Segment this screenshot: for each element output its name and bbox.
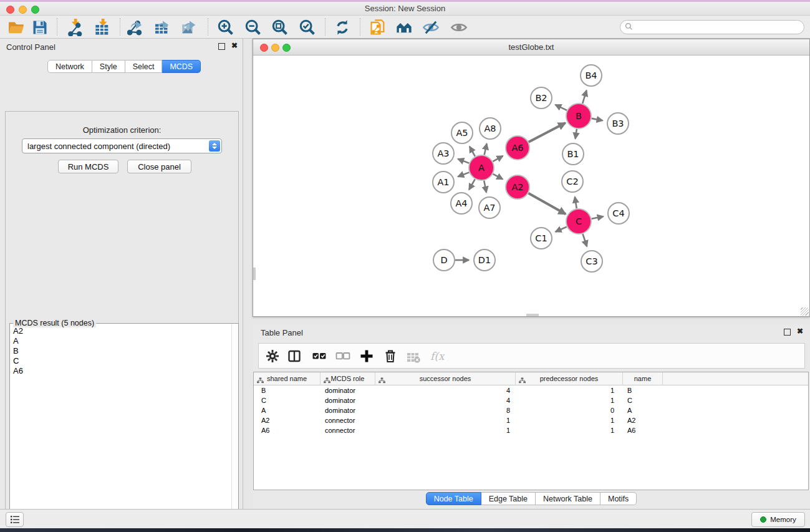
table-cell[interactable]: 4 <box>375 395 516 405</box>
zoom-in-icon[interactable] <box>215 17 237 37</box>
tab-network-table[interactable]: Network Table <box>536 492 600 505</box>
delete-column-icon[interactable] <box>380 347 400 365</box>
mcds-result-item[interactable]: A <box>11 336 231 346</box>
column-header-shared-name[interactable]: shared name <box>254 372 321 385</box>
table-cell[interactable]: 8 <box>375 405 516 415</box>
resize-grip-icon[interactable] <box>801 307 809 316</box>
run-mcds-button[interactable]: Run MCDS <box>58 160 118 173</box>
close-window-button[interactable] <box>6 6 14 14</box>
table-cell[interactable]: C <box>623 395 663 405</box>
table-cell[interactable]: B <box>254 385 321 395</box>
table-cell[interactable]: B <box>623 385 663 395</box>
table-cell[interactable]: connector <box>321 415 375 425</box>
table-cell[interactable]: A2 <box>254 415 321 425</box>
home-view-icon[interactable] <box>393 17 415 37</box>
table-cell[interactable]: 1 <box>375 415 516 425</box>
import-network-icon[interactable] <box>64 17 86 37</box>
memory-button[interactable]: Memory <box>751 512 805 527</box>
column-header-predecessor-nodes[interactable]: predecessor nodes <box>516 372 623 385</box>
tab-edge-table[interactable]: Edge Table <box>481 492 536 505</box>
refresh-view-icon[interactable] <box>331 17 354 37</box>
network-close-button[interactable] <box>260 44 268 52</box>
optimization-criterion-dropdown[interactable]: largest connected component (directed) <box>22 138 222 153</box>
table-row[interactable]: Adominator80A <box>254 405 808 415</box>
table-cell[interactable]: 1 <box>516 385 623 395</box>
splitter-handle-icon[interactable] <box>526 314 539 316</box>
show-graphics-details-icon[interactable] <box>448 17 470 37</box>
mcds-result-item[interactable]: C <box>11 356 231 366</box>
network-window-titlebar[interactable]: testGlobe.txt <box>253 39 809 56</box>
tab-select[interactable]: Select <box>125 60 163 73</box>
table-cell[interactable]: connector <box>321 425 375 435</box>
select-all-columns-icon[interactable] <box>309 347 329 365</box>
open-session-icon[interactable] <box>5 17 27 37</box>
node-table-header[interactable]: shared nameMCDS rolesuccessor nodesprede… <box>254 372 808 385</box>
column-header-MCDS-role[interactable]: MCDS role <box>321 372 375 385</box>
close-panel-button[interactable]: Close panel <box>127 160 191 173</box>
splitter-handle-icon[interactable] <box>253 268 256 280</box>
table-cell[interactable]: 1 <box>375 425 516 435</box>
table-row[interactable]: A2connector11A2 <box>254 415 808 425</box>
table-cell[interactable]: A <box>254 405 321 415</box>
node-table[interactable]: shared nameMCDS rolesuccessor nodesprede… <box>253 372 809 490</box>
export-network-icon[interactable] <box>125 17 147 37</box>
table-cell[interactable]: A6 <box>254 425 321 435</box>
search-text[interactable] <box>633 23 804 32</box>
table-settings-icon[interactable] <box>263 347 282 365</box>
float-panel-icon[interactable] <box>218 43 225 50</box>
table-cell[interactable]: dominator <box>321 405 375 415</box>
add-column-icon[interactable] <box>357 347 377 365</box>
import-table-icon[interactable] <box>91 17 113 37</box>
zoom-window-button[interactable] <box>31 6 39 14</box>
svg-text:A6: A6 <box>511 143 523 153</box>
column-header-successor-nodes[interactable]: successor nodes <box>375 372 516 385</box>
table-row[interactable]: Cdominator41C <box>254 395 808 405</box>
tab-mcds[interactable]: MCDS <box>162 60 201 73</box>
table-cell[interactable]: 4 <box>375 385 516 395</box>
network-zoom-button[interactable] <box>282 44 291 52</box>
mcds-result-scrollbar[interactable] <box>231 324 238 532</box>
close-panel-icon[interactable]: ✖ <box>797 327 803 336</box>
zoom-selected-icon[interactable] <box>296 17 319 37</box>
tab-motifs[interactable]: Motifs <box>600 492 637 505</box>
tab-network[interactable]: Network <box>47 60 92 73</box>
mcds-result-item[interactable]: A2 <box>11 326 231 336</box>
minimize-window-button[interactable] <box>19 6 27 14</box>
show-columns-icon[interactable] <box>284 347 304 365</box>
float-panel-icon[interactable] <box>784 329 791 336</box>
unselect-all-columns-icon[interactable] <box>333 347 353 365</box>
zoom-fit-icon[interactable] <box>269 17 291 37</box>
network-canvas[interactable]: A A1 A2 A3 A4 A5 A6 A7 A8 B B1 B2 B3 B4 … <box>253 56 809 316</box>
table-cell[interactable]: A <box>623 405 663 415</box>
table-cell[interactable]: A6 <box>623 425 663 435</box>
close-panel-icon[interactable]: ✖ <box>231 41 238 50</box>
network-minimize-button[interactable] <box>271 44 279 52</box>
table-cell[interactable]: dominator <box>321 395 375 405</box>
search-input[interactable] <box>620 20 804 34</box>
export-image-icon[interactable] <box>178 17 201 37</box>
hide-graphics-details-icon[interactable] <box>420 17 442 37</box>
task-history-button[interactable] <box>6 512 24 527</box>
table-cell[interactable]: 1 <box>516 395 623 405</box>
table-cell[interactable]: dominator <box>321 385 375 395</box>
table-row[interactable]: A6connector11A6 <box>254 425 808 435</box>
mcds-result-list[interactable]: A2ABCA6 <box>11 326 231 532</box>
zoom-out-icon[interactable] <box>242 17 264 37</box>
table-cell[interactable]: A2 <box>623 415 663 425</box>
export-table-icon[interactable] <box>152 17 174 37</box>
table-cell[interactable]: 1 <box>516 415 623 425</box>
network-from-file-icon[interactable] <box>367 17 389 37</box>
table-cell[interactable]: 0 <box>516 405 623 415</box>
table-cell[interactable]: C <box>254 395 321 405</box>
mcds-result-item[interactable]: B <box>11 346 231 356</box>
column-header-name[interactable]: name <box>623 372 663 385</box>
save-session-icon[interactable] <box>29 17 51 37</box>
mcds-result-item[interactable]: A6 <box>11 366 231 376</box>
tab-node-table[interactable]: Node Table <box>426 492 481 505</box>
table-row[interactable]: Bdominator41B <box>254 385 808 395</box>
tab-style[interactable]: Style <box>92 60 125 73</box>
table-panel-header: Table Panel ✖ <box>253 324 810 341</box>
control-panel-tabs: NetworkStyleSelectMCDS <box>47 60 201 73</box>
svg-text:A4: A4 <box>455 198 467 208</box>
table-cell[interactable]: 1 <box>516 425 623 435</box>
